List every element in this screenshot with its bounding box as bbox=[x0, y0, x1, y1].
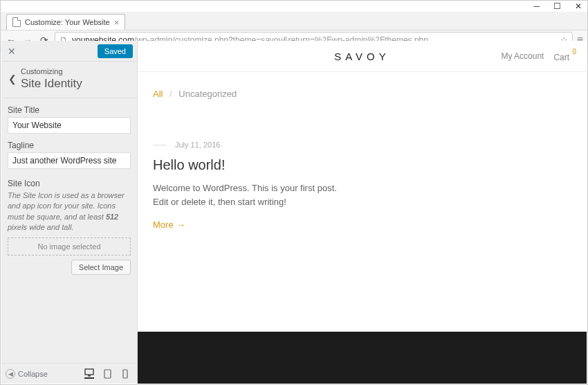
back-arrow-icon[interactable]: ❮ bbox=[4, 73, 21, 84]
svg-rect-0 bbox=[85, 369, 93, 375]
tab-title: Customize: Your Website bbox=[25, 18, 110, 26]
site-title-input[interactable] bbox=[8, 117, 131, 134]
site-logo[interactable]: SAVOY bbox=[334, 51, 390, 62]
breadcrumb-separator: / bbox=[169, 89, 172, 99]
preview-body: All / Uncategorized July 11, 2016 Hello … bbox=[138, 72, 587, 247]
site-icon-label: Site Icon bbox=[8, 179, 131, 188]
desktop-preview-icon[interactable] bbox=[84, 369, 94, 379]
page-icon bbox=[12, 17, 21, 27]
tagline-label: Tagline bbox=[8, 141, 131, 150]
preview-pane: SAVOY My Account Cart 0 All / Uncategori… bbox=[138, 41, 587, 384]
section-title: Site Identity bbox=[21, 77, 82, 91]
svg-rect-3 bbox=[123, 370, 127, 378]
collapse-icon: ◀ bbox=[6, 369, 15, 379]
post-date: July 11, 2016 bbox=[175, 141, 220, 149]
category-all[interactable]: All bbox=[153, 89, 163, 99]
customizer-panel: ✕ Saved ❮ Customizing Site Identity Site… bbox=[1, 41, 138, 384]
saved-button[interactable]: Saved bbox=[98, 44, 133, 58]
close-customizer-button[interactable]: ✕ bbox=[1, 46, 22, 57]
site-icon-description: The Site Icon is used as a browser and a… bbox=[8, 190, 131, 233]
mobile-preview-icon[interactable] bbox=[120, 369, 130, 379]
window-controls: ─ ☐ ✕ bbox=[1, 1, 587, 12]
preview-header-right: My Account Cart 0 bbox=[501, 51, 576, 62]
tagline-input[interactable] bbox=[8, 152, 131, 169]
browser-tab[interactable]: Customize: Your Website × bbox=[6, 14, 125, 30]
more-link[interactable]: More→ bbox=[153, 220, 185, 230]
customizing-label: Customizing bbox=[21, 67, 82, 75]
collapse-button[interactable]: ◀ Collapse bbox=[6, 369, 48, 379]
post-excerpt: Welcome to WordPress. This is your first… bbox=[153, 181, 347, 208]
customizer-body: Site Title Tagline Site Icon The Site Ic… bbox=[1, 98, 137, 282]
arrow-right-icon: → bbox=[176, 220, 185, 230]
tab-close-icon[interactable]: × bbox=[114, 17, 120, 28]
no-image-placeholder: No image selected bbox=[8, 238, 131, 256]
customizer-header: ❮ Customizing Site Identity bbox=[1, 62, 137, 98]
my-account-link[interactable]: My Account bbox=[501, 51, 544, 61]
meta-dash bbox=[153, 145, 167, 145]
browser-chrome: ─ ☐ ✕ Customize: Your Website × ← → ⟳ 🗋 … bbox=[1, 1, 587, 39]
site-title-label: Site Title bbox=[8, 105, 131, 115]
customizer-footer: ◀ Collapse bbox=[1, 363, 137, 384]
category-breadcrumb: All / Uncategorized bbox=[153, 89, 571, 99]
svg-rect-1 bbox=[88, 375, 91, 377]
post-meta: July 11, 2016 bbox=[153, 141, 571, 149]
select-image-button[interactable]: Select Image bbox=[71, 260, 131, 275]
preview-footer bbox=[138, 332, 587, 384]
tab-bar: Customize: Your Website × bbox=[1, 12, 587, 30]
tablet-preview-icon[interactable] bbox=[102, 369, 112, 379]
customizer-topbar: ✕ Saved bbox=[1, 41, 137, 62]
preview-header: SAVOY My Account Cart 0 bbox=[138, 41, 587, 72]
device-preview-buttons bbox=[84, 369, 133, 379]
window-close-icon[interactable]: ✕ bbox=[575, 1, 582, 11]
cart-link[interactable]: Cart 0 bbox=[553, 51, 576, 62]
window-maximize-icon[interactable]: ☐ bbox=[553, 1, 561, 11]
svg-rect-2 bbox=[104, 370, 111, 378]
cart-count: 0 bbox=[572, 48, 576, 55]
post-title[interactable]: Hello world! bbox=[153, 157, 571, 173]
window-minimize-icon[interactable]: ─ bbox=[533, 1, 540, 11]
category-uncategorized[interactable]: Uncategorized bbox=[178, 89, 237, 99]
collapse-label: Collapse bbox=[18, 370, 48, 378]
